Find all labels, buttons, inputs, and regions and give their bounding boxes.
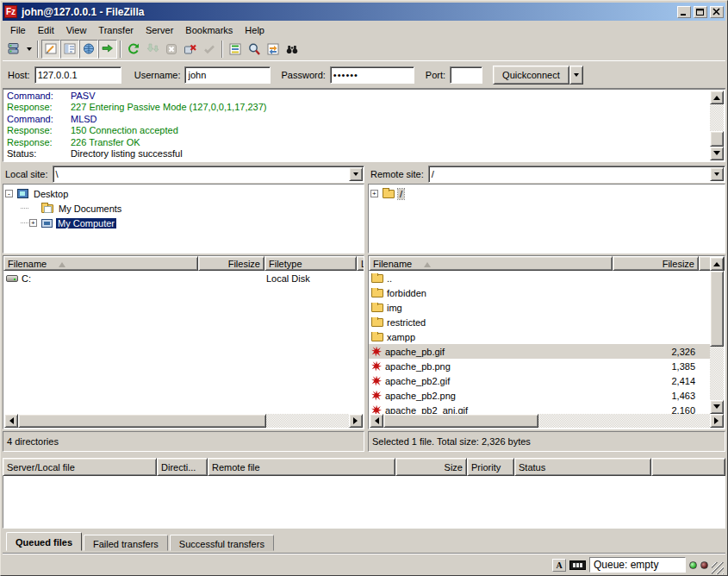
scroll-track[interactable] (538, 414, 710, 428)
file-list-row[interactable]: apache_pb2.png 1,463 (369, 388, 711, 403)
scroll-thumb[interactable] (710, 271, 724, 347)
column-header-filename[interactable]: Filename (3, 256, 198, 271)
directory-comparison-button[interactable] (245, 40, 264, 59)
toggle-transfer-queue-button[interactable] (98, 40, 117, 59)
quickconnect-dropdown[interactable] (569, 66, 583, 85)
local-horizontal-scrollbar[interactable] (4, 414, 363, 428)
password-input[interactable] (330, 66, 414, 84)
filename-filters-button[interactable] (226, 40, 245, 59)
minimize-button[interactable] (677, 6, 691, 18)
title-bar[interactable]: Fz john@127.0.0.1 - FileZilla (3, 3, 725, 21)
cancel-icon (165, 42, 178, 56)
host-input[interactable] (34, 66, 121, 84)
column-header-priority[interactable]: Priority (467, 458, 514, 476)
file-list-row[interactable]: forbidden (369, 285, 711, 300)
column-header-filetype[interactable]: Filetype (264, 256, 357, 271)
scroll-right-button[interactable] (349, 414, 363, 428)
toggle-message-log-button[interactable] (41, 40, 60, 59)
scroll-up-button[interactable] (710, 257, 724, 271)
column-header-lastmodified[interactable]: L (357, 256, 364, 271)
scroll-left-button[interactable] (370, 414, 383, 428)
scroll-left-button[interactable] (4, 414, 18, 428)
menu-item[interactable]: Server (140, 23, 179, 37)
scroll-track[interactable] (710, 104, 724, 131)
toggle-local-tree-button[interactable] (60, 40, 79, 59)
remote-horizontal-scrollbar[interactable] (370, 414, 724, 428)
column-header-filename[interactable]: Filename (369, 256, 613, 271)
scroll-thumb[interactable] (18, 414, 266, 428)
process-queue-button[interactable] (143, 40, 162, 59)
menu-item[interactable]: Edit (32, 23, 60, 37)
resize-grip[interactable] (712, 562, 724, 574)
find-files-button[interactable] (283, 40, 302, 59)
remote-vertical-scrollbar[interactable] (710, 257, 724, 414)
tree-item[interactable]: + My Computer (5, 216, 364, 230)
scroll-thumb[interactable] (710, 131, 724, 147)
queue-tab-label: Failed transfers (93, 539, 159, 549)
queue-tab-label: Queued files (16, 537, 72, 548)
file-list-row[interactable]: apache_pb.gif 2,326 (369, 344, 711, 359)
file-list-row[interactable]: img (369, 300, 711, 315)
tree-item[interactable]: - Desktop (5, 186, 364, 201)
local-site-dropdown-button[interactable] (349, 167, 363, 181)
column-header-status[interactable]: Status (514, 458, 651, 476)
toolbar (3, 38, 725, 61)
remote-site-combobox[interactable]: / (428, 166, 725, 183)
quickconnect-button[interactable]: Quickconnect (493, 66, 569, 85)
queue-tab[interactable]: Queued files (6, 532, 82, 551)
queue-tab[interactable]: Successful transfers (170, 535, 274, 551)
file-list-row[interactable]: xampp (369, 329, 711, 344)
tree-item[interactable]: My Documents (5, 201, 364, 216)
speed-limit-indicator-icon (569, 560, 586, 570)
column-header-direction[interactable]: Directi... (157, 458, 208, 476)
synchronized-browsing-button[interactable] (264, 40, 283, 59)
close-button[interactable] (710, 6, 724, 18)
menu-item[interactable]: Transfer (92, 23, 140, 37)
file-list-row[interactable]: restricted (369, 315, 711, 329)
column-header-remote-file[interactable]: Remote file (208, 458, 395, 476)
log-scrollbar[interactable] (710, 91, 724, 160)
scroll-down-button[interactable] (710, 400, 724, 414)
file-list-row[interactable]: .. (369, 271, 711, 285)
queue-tab[interactable]: Failed transfers (84, 535, 168, 551)
tree-expander[interactable]: + (29, 219, 37, 227)
tree-item[interactable]: + / (370, 186, 725, 201)
site-manager-dropdown[interactable] (23, 40, 34, 59)
menu-item[interactable]: File (4, 23, 32, 37)
local-site-combobox[interactable]: \ (53, 166, 364, 183)
scroll-up-button[interactable] (710, 91, 724, 104)
toggle-remote-tree-button[interactable] (79, 40, 98, 59)
file-list-row[interactable]: apache_pb.png 1,385 (369, 359, 711, 373)
scroll-right-button[interactable] (710, 414, 724, 428)
maximize-button[interactable] (694, 6, 707, 18)
scroll-track[interactable] (266, 414, 349, 428)
port-input[interactable] (450, 66, 482, 84)
scroll-track[interactable] (710, 347, 724, 400)
image-file-icon (371, 376, 382, 386)
file-list-row[interactable]: C: Local Disk (3, 271, 364, 285)
file-list-row[interactable]: apache_pb2_ani.gif 2,160 (369, 403, 711, 415)
queue-list[interactable] (3, 476, 725, 529)
abort-button[interactable] (200, 40, 219, 59)
column-header-filesize[interactable]: Filesize (613, 256, 699, 271)
tree-expander[interactable]: - (5, 190, 13, 197)
log-line: Response:226 Transfer OK (7, 137, 725, 148)
username-input[interactable] (184, 66, 271, 84)
column-header-server-local-file[interactable]: Server/Local file (3, 458, 157, 476)
file-list-row[interactable]: apache_pb2.gif 2,414 (369, 373, 711, 388)
column-header-size[interactable]: Size (395, 458, 467, 476)
disconnect-button[interactable] (181, 40, 200, 59)
scroll-down-button[interactable] (710, 147, 724, 160)
menu-item[interactable]: Bookmarks (179, 23, 239, 37)
close-icon (712, 8, 722, 16)
column-header-filesize[interactable]: Filesize (198, 256, 264, 271)
local-list-header: Filename Filesize Filetype L (3, 256, 364, 271)
cancel-operation-button[interactable] (162, 40, 181, 59)
menu-item[interactable]: View (60, 23, 93, 37)
remote-site-dropdown-button[interactable] (710, 167, 724, 181)
tree-expander[interactable]: + (370, 190, 378, 197)
menu-item[interactable]: Help (239, 23, 271, 37)
scroll-thumb[interactable] (383, 414, 538, 428)
refresh-button[interactable] (124, 40, 143, 59)
site-manager-button[interactable] (4, 40, 23, 59)
